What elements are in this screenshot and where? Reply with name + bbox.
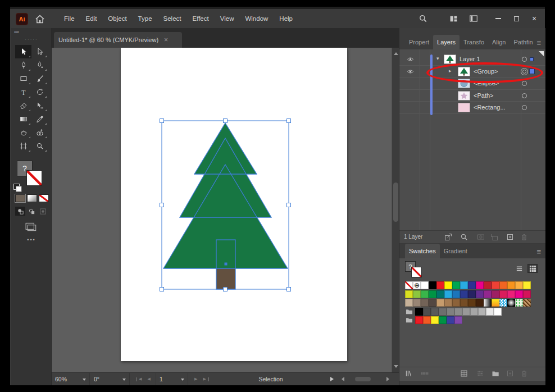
swatch-color[interactable] — [484, 290, 492, 298]
swatch-color[interactable] — [423, 308, 431, 316]
visibility-eye-icon[interactable] — [407, 56, 414, 63]
target-circle-icon[interactable] — [522, 81, 527, 86]
tab-propert[interactable]: Propert — [405, 35, 433, 49]
scroll-down-icon[interactable] — [394, 365, 398, 370]
tab-pathfin[interactable]: Pathfin — [509, 35, 536, 49]
draw-inside-icon[interactable] — [38, 207, 48, 216]
swatches-menu-icon[interactable]: ≡ — [536, 248, 541, 256]
home-icon[interactable] — [35, 14, 45, 24]
swatch-libraries-icon[interactable] — [405, 370, 413, 378]
none-button[interactable] — [39, 194, 49, 202]
swatch-color[interactable] — [468, 290, 476, 298]
pen-tool[interactable] — [15, 58, 31, 72]
swatch-color[interactable] — [486, 308, 494, 316]
grid-view-icon[interactable] — [527, 264, 538, 273]
swatch-color[interactable] — [476, 290, 484, 298]
collect-for-export-icon[interactable] — [444, 233, 453, 241]
paintbrush-tool[interactable] — [31, 72, 48, 85]
swatch-color[interactable] — [492, 290, 499, 298]
layer-name[interactable]: <Path> — [474, 92, 493, 99]
swatch-color[interactable] — [460, 290, 468, 298]
menu-view[interactable]: View — [215, 9, 240, 28]
arrange-documents-icon[interactable] — [447, 12, 460, 25]
horizontal-scroll-thumb[interactable] — [355, 377, 371, 381]
make-clipping-mask-icon[interactable] — [477, 233, 485, 241]
color-group-folder-icon[interactable] — [405, 308, 414, 316]
swatch-color[interactable] — [507, 281, 515, 289]
close-button[interactable]: × — [527, 12, 542, 25]
menu-edit[interactable]: Edit — [80, 9, 103, 28]
screen-mode-icon[interactable] — [24, 221, 39, 233]
swatch-gradient-orange[interactable] — [492, 299, 499, 307]
swatch-options-icon[interactable] — [476, 370, 485, 378]
swatch-pattern-green[interactable] — [515, 299, 523, 307]
swatch-color[interactable] — [523, 290, 531, 298]
swatch-color[interactable] — [429, 299, 436, 307]
zoom-tool[interactable] — [31, 139, 48, 153]
maximize-button[interactable] — [509, 12, 524, 25]
layer-row-rectang[interactable]: <Rectang... — [399, 102, 545, 114]
color-themes-icon[interactable] — [421, 370, 429, 378]
tree-triangle-top[interactable] — [194, 123, 257, 174]
swatch-none[interactable] — [405, 281, 413, 289]
shape-builder-tool[interactable] — [31, 126, 48, 139]
default-fill-stroke-icon[interactable] — [13, 184, 20, 190]
eraser-tool[interactable] — [15, 99, 31, 112]
swatch-color[interactable] — [484, 281, 492, 289]
object-center-point[interactable] — [225, 263, 228, 266]
layer-thumbnail[interactable] — [458, 91, 470, 101]
swatch-color[interactable] — [468, 281, 476, 289]
vertical-scroll-thumb[interactable] — [393, 183, 398, 222]
swatch-color[interactable] — [413, 299, 421, 307]
document-tab[interactable]: Untitled-1* @ 60 % (CMYK/Preview) × — [54, 32, 182, 48]
first-artboard-button[interactable]: ◀◀ — [136, 373, 151, 385]
swatch-color[interactable] — [452, 299, 460, 307]
rectangle-tool[interactable] — [15, 72, 31, 85]
swatch-color[interactable] — [452, 290, 460, 298]
swatch-color[interactable] — [460, 281, 468, 289]
color-button[interactable] — [15, 194, 25, 202]
swatch-color[interactable] — [421, 281, 429, 289]
draw-behind-icon[interactable] — [26, 207, 37, 216]
selection-indicator[interactable] — [530, 57, 534, 61]
swatch-kinds-icon[interactable] — [460, 370, 468, 378]
swatch-color[interactable] — [462, 308, 470, 316]
canvas[interactable] — [52, 48, 399, 372]
swatch-color[interactable] — [436, 290, 444, 298]
new-sublayer-icon[interactable] — [490, 233, 499, 241]
search-icon[interactable] — [417, 12, 429, 25]
vertical-scrollbar[interactable] — [392, 48, 399, 372]
eyedropper-tool[interactable] — [31, 112, 48, 126]
direct-selection-tool[interactable] — [31, 45, 48, 58]
toolbar-grip[interactable]: ····· — [11, 37, 52, 42]
swatch-color[interactable] — [444, 290, 452, 298]
swatch-color[interactable] — [460, 299, 468, 307]
swatch-registration[interactable]: ⊕ — [413, 281, 421, 289]
swatch-color[interactable] — [499, 281, 507, 289]
swatch-color[interactable] — [423, 316, 431, 324]
gradient-tool[interactable] — [15, 112, 31, 126]
swatch-color[interactable] — [447, 316, 454, 324]
target-circle-icon[interactable] — [522, 105, 527, 110]
edit-toolbar-icon[interactable]: ••• — [11, 237, 52, 243]
swatch-color[interactable] — [515, 290, 523, 298]
swatch-color[interactable] — [447, 308, 454, 316]
menu-help[interactable]: Help — [274, 9, 298, 28]
new-layer-icon[interactable] — [506, 233, 515, 241]
swatch-color[interactable] — [439, 316, 447, 324]
swatch-color[interactable] — [436, 299, 444, 307]
stroke-color-proxy[interactable] — [26, 170, 42, 186]
swatch-color[interactable] — [454, 308, 462, 316]
swatch-color[interactable] — [468, 299, 476, 307]
scroll-up-icon[interactable] — [394, 50, 398, 55]
layer-thumbnail[interactable] — [444, 54, 456, 64]
target-circle-icon[interactable] — [522, 57, 527, 62]
collapse-panel-icon[interactable]: «« — [14, 29, 19, 35]
tab-transfo[interactable]: Transfo — [460, 35, 488, 49]
new-swatch-icon[interactable] — [506, 370, 515, 378]
swatch-color[interactable] — [499, 290, 507, 298]
swatch-color[interactable] — [405, 299, 413, 307]
selection-tool[interactable] — [15, 45, 31, 58]
layer-name[interactable]: <Rectang... — [474, 104, 506, 111]
menu-select[interactable]: Select — [158, 9, 187, 28]
